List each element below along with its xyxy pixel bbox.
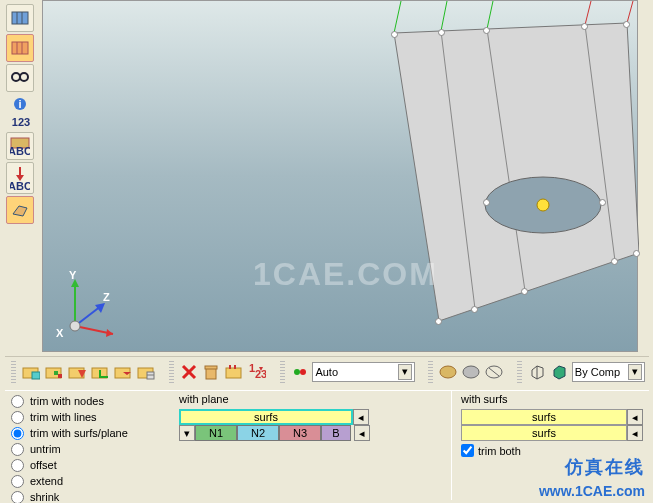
svg-line-6 — [487, 1, 493, 29]
axis-y-label: Y — [69, 269, 76, 281]
auto-label: Auto — [315, 366, 393, 378]
axis-z-label: Z — [103, 291, 110, 303]
svg-rect-21 — [12, 42, 28, 54]
grip[interactable] — [517, 361, 522, 383]
reset-selection-button[interactable]: ◂ — [353, 409, 369, 425]
svg-point-25 — [20, 73, 28, 81]
chevron-down-icon[interactable]: ▾ — [628, 364, 642, 380]
folder-red-button[interactable] — [67, 361, 87, 383]
cube-wire-button[interactable] — [527, 361, 546, 383]
node-pt — [483, 27, 490, 34]
renumber-button[interactable]: 123 — [247, 361, 267, 383]
folder-multi-button[interactable] — [44, 361, 64, 383]
grip[interactable] — [11, 361, 16, 383]
surface-tool-button[interactable] — [6, 196, 34, 224]
auto-color-combo[interactable]: Auto ▾ — [312, 362, 414, 382]
with-surfs-group: with surfs surfs ◂ surfs ◂ trim both — [461, 393, 647, 457]
node-n1[interactable]: N1 — [195, 425, 237, 441]
surfs-label: surfs — [532, 411, 556, 423]
info-button[interactable]: i — [6, 94, 34, 114]
opt-shrink[interactable] — [11, 491, 24, 504]
label: trim with nodes — [30, 395, 104, 407]
shade-gray-button[interactable] — [461, 361, 481, 383]
grip[interactable] — [428, 361, 433, 383]
svg-rect-52 — [226, 368, 241, 378]
trim-mode-radios: trim with nodes trim with lines trim wit… — [11, 393, 171, 503]
bycomp-label: By Comp — [575, 366, 624, 378]
svg-text:ABC: ABC — [10, 145, 30, 155]
display-style1-button[interactable] — [6, 4, 34, 32]
svg-point-17 — [70, 321, 80, 331]
node-pt — [435, 318, 442, 325]
svg-text:ABC: ABC — [10, 180, 30, 191]
surfs-selector-1[interactable]: surfs — [461, 409, 627, 425]
label: trim with surfs/plane — [30, 427, 128, 439]
grid-abc-button[interactable]: ABC — [6, 132, 34, 160]
svg-rect-51 — [205, 366, 217, 369]
svg-line-7 — [585, 1, 591, 25]
node-pt — [633, 250, 640, 257]
reset-nodes-button[interactable]: ◂ — [354, 425, 370, 441]
node-pt — [521, 288, 528, 295]
trim-both-checkbox[interactable] — [461, 444, 474, 457]
axis-x-label: X — [56, 327, 63, 339]
surfs-label: surfs — [254, 411, 278, 423]
display-style2-button[interactable] — [6, 34, 34, 62]
plane-surfs-selector[interactable]: surfs — [179, 409, 353, 425]
opt-trim-surfs-plane[interactable] — [11, 427, 24, 440]
node-n3[interactable]: N3 — [279, 425, 321, 441]
with-plane-header: with plane — [179, 393, 419, 409]
opt-trim-lines[interactable] — [11, 411, 24, 424]
opt-offset[interactable] — [11, 459, 24, 472]
node-pt — [581, 23, 588, 30]
arrow-abc-button[interactable]: ABC — [6, 162, 34, 194]
opt-untrim[interactable] — [11, 443, 24, 456]
viewport-3d[interactable]: 1CAE.COM X Y Z — [42, 0, 638, 352]
node-b[interactable]: B — [321, 425, 351, 441]
reset-surfs1-button[interactable]: ◂ — [627, 409, 643, 425]
surfs-selector-2[interactable]: surfs — [461, 425, 627, 441]
svg-point-60 — [463, 366, 479, 378]
shade-gold-button[interactable] — [438, 361, 458, 383]
node-pt — [623, 21, 630, 28]
with-plane-group: with plane surfs ◂ ▾ N1 N2 N3 B ◂ — [179, 393, 419, 441]
chevron-down-icon[interactable]: ▾ — [398, 364, 412, 380]
plane-switch-button[interactable]: ▾ — [179, 425, 195, 441]
node-pt — [438, 29, 445, 36]
bycomp-combo[interactable]: By Comp ▾ — [572, 362, 645, 382]
folder-green-button[interactable] — [90, 361, 110, 383]
shade-wire-button[interactable] — [484, 361, 504, 383]
svg-marker-65 — [554, 366, 565, 379]
organize-button[interactable] — [224, 361, 244, 383]
label: offset — [30, 459, 57, 471]
svg-point-58 — [300, 369, 306, 375]
main-toolbar: 123 Auto ▾ By Comp ▾ — [5, 356, 649, 386]
opt-extend[interactable] — [11, 475, 24, 488]
svg-point-59 — [440, 366, 456, 378]
trash-button[interactable] — [202, 361, 221, 383]
reset-surfs2-button[interactable]: ◂ — [627, 425, 643, 441]
svg-rect-18 — [12, 12, 28, 24]
delete-button[interactable] — [179, 361, 198, 383]
opt-trim-nodes[interactable] — [11, 395, 24, 408]
cube-solid-button[interactable] — [550, 361, 569, 383]
svg-point-10 — [537, 199, 549, 211]
folder-cyan-button[interactable] — [21, 361, 41, 383]
grip[interactable] — [280, 361, 285, 383]
color-marker-button[interactable] — [290, 361, 309, 383]
with-surfs-header: with surfs — [461, 393, 647, 409]
svg-text:i: i — [18, 98, 21, 110]
numbers-button[interactable]: 123 — [6, 116, 36, 130]
svg-rect-38 — [54, 371, 58, 375]
svg-rect-36 — [32, 372, 40, 379]
node-n2[interactable]: N2 — [237, 425, 279, 441]
footer-cn: 仿真在线 — [565, 455, 645, 479]
surfs-label: surfs — [532, 427, 556, 439]
node-pt — [391, 31, 398, 38]
node-pt — [483, 199, 490, 206]
folder-down-button[interactable] — [113, 361, 133, 383]
node-pt — [471, 306, 478, 313]
grip[interactable] — [169, 361, 174, 383]
folder-grid-button[interactable] — [136, 361, 156, 383]
find-button[interactable] — [6, 64, 34, 92]
